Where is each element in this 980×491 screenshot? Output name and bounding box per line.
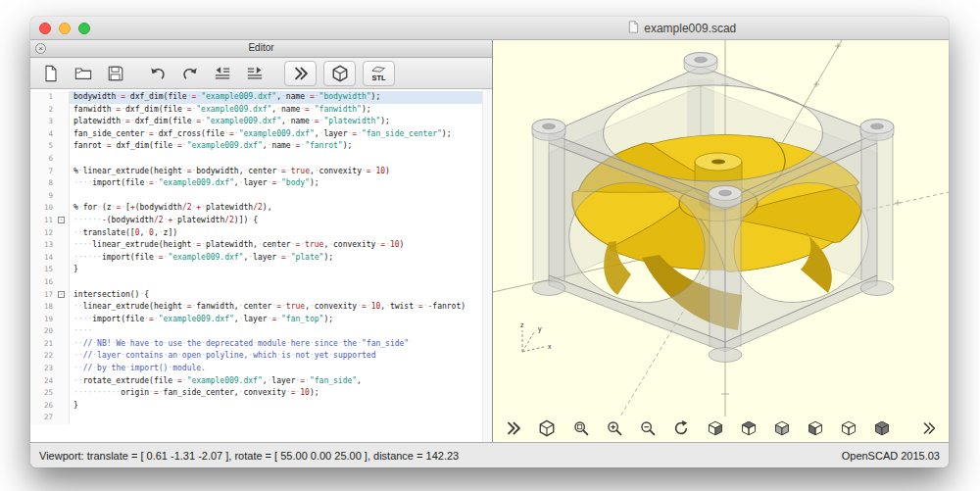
fold-margin: [56, 252, 70, 265]
code-text: ····: [70, 325, 492, 338]
code-line[interactable]: 7%·linear_extrude(height·=·bodywidth,·ce…: [30, 166, 492, 178]
save-icon: [107, 65, 124, 82]
code-line[interactable]: 18··linear_extrude(height·=·fanwidth,·ce…: [30, 301, 492, 314]
zoom-out-button[interactable]: [637, 418, 658, 439]
code-line[interactable]: 17-intersection()·{: [30, 289, 492, 302]
render-icon: [331, 65, 349, 82]
code-text: ··//·NB!·We·have·to·use·the·deprecated·m…: [70, 338, 492, 351]
save-button[interactable]: [103, 61, 128, 85]
fold-margin: [56, 301, 70, 314]
fold-marker[interactable]: -: [58, 291, 65, 298]
code-line[interactable]: 21··//·NB!·We·have·to·use·the·deprecated…: [30, 338, 492, 351]
code-line[interactable]: 25··········origin·=·fan_side_center,·co…: [30, 387, 492, 400]
code-text: ··translate([0,·0,·z]): [70, 227, 492, 240]
window-title-text: example009.scad: [644, 22, 736, 35]
code-line[interactable]: 26}: [30, 400, 492, 413]
editor-panel-header[interactable]: × Editor: [30, 40, 492, 58]
code-line[interactable]: 12··translate([0,·0,·z]): [30, 227, 492, 240]
code-line[interactable]: 19····import(file·=·"example009.dxf",·la…: [30, 314, 492, 326]
fold-margin: [56, 140, 70, 153]
main-content: × Editor STL 1bodywidth·=·dxf_dim(file·=…: [30, 40, 949, 442]
fold-margin: [56, 239, 70, 252]
line-number: 5: [30, 140, 56, 153]
zoom-in-button[interactable]: [604, 418, 624, 439]
view-top-button[interactable]: [738, 418, 759, 439]
toolbar-group: [38, 61, 128, 85]
render-button[interactable]: [536, 418, 557, 439]
minimize-window-button[interactable]: [59, 23, 71, 34]
undo-button[interactable]: [145, 61, 171, 85]
fold-margin: [56, 314, 70, 326]
close-editor-button[interactable]: ×: [35, 43, 46, 54]
toolbar-overflow-button[interactable]: [918, 418, 939, 439]
fold-margin: [56, 190, 70, 203]
reset-view-button[interactable]: [670, 418, 691, 439]
code-line[interactable]: 4fan_side_center·=·dxf_cross(file·=·"exa…: [30, 128, 492, 141]
3d-scene[interactable]: x y z: [493, 40, 949, 417]
unindent-button[interactable]: [210, 61, 235, 85]
code-line[interactable]: 20····: [30, 325, 492, 338]
code-line[interactable]: 13····linear_extrude(height·=·platewidth…: [30, 239, 492, 252]
toolbar-group: STL: [284, 61, 395, 86]
fold-margin: -: [56, 289, 70, 302]
line-number: 23: [30, 363, 56, 375]
view-front-button[interactable]: [838, 418, 858, 439]
view-all-button[interactable]: [570, 418, 591, 439]
new-file-button[interactable]: [38, 61, 64, 85]
code-line[interactable]: 16: [30, 276, 492, 289]
preview-icon: [292, 65, 310, 82]
code-line[interactable]: 14······import(file·=·"example009.dxf",·…: [30, 252, 492, 265]
desktop: example009.scad × Editor STL 1bodywidth·…: [0, 0, 980, 491]
code-text: %·linear_extrude(height·=·bodywidth,·cen…: [70, 166, 492, 178]
code-text: }: [70, 400, 492, 413]
code-line[interactable]: 10%·for·(z·=·[+(bodywidth/2·+·platewidth…: [30, 202, 492, 215]
redo-icon: [181, 65, 199, 82]
code-line[interactable]: 9: [30, 190, 492, 203]
render-button[interactable]: [323, 61, 356, 86]
code-line[interactable]: 2fanwidth·=·dxf_dim(file·=·"example009.d…: [30, 104, 492, 117]
code-line[interactable]: 1bodywidth·=·dxf_dim(file·=·"example009.…: [30, 91, 492, 104]
line-number: 1: [30, 91, 56, 104]
code-line[interactable]: 24··rotate_extrude(file·=·"example009.dx…: [30, 375, 492, 388]
fold-marker[interactable]: -: [58, 217, 65, 223]
code-text: fanwidth·=·dxf_dim(file·=·"example009.dx…: [70, 104, 492, 117]
close-window-button[interactable]: [39, 23, 51, 34]
x-axis-label: x: [548, 343, 552, 350]
window-titlebar[interactable]: example009.scad: [30, 17, 949, 40]
code-line[interactable]: 6: [30, 153, 492, 166]
fold-margin: [56, 412, 70, 424]
3d-viewport[interactable]: x y z: [493, 40, 949, 442]
redo-button[interactable]: [177, 61, 203, 85]
line-number: 20: [30, 325, 56, 338]
fold-margin: [56, 116, 70, 128]
code-line[interactable]: 11-······-(bodywidth/2·+·platewidth/2)])…: [30, 215, 492, 227]
code-text: fanrot·=·dxf_dim(file·=·"example009.dxf"…: [70, 140, 492, 153]
window-title: example009.scad: [628, 21, 736, 36]
code-line[interactable]: 22··//·layer·contains·an·open·polyline,·…: [30, 350, 492, 363]
code-editor[interactable]: 1bodywidth·=·dxf_dim(file·=·"example009.…: [30, 89, 492, 442]
code-line[interactable]: 23··//·by·the·import()·module.: [30, 363, 492, 375]
code-line[interactable]: 5fanrot·=·dxf_dim(file·=·"example009.dxf…: [30, 140, 492, 153]
editor-scrollbar[interactable]: [482, 89, 492, 442]
preview-button[interactable]: [284, 61, 317, 86]
viewport-status-text: Viewport: translate = [ 0.61 -1.31 -2.07…: [39, 450, 459, 462]
code-line[interactable]: 27: [30, 412, 492, 424]
line-number: 27: [30, 412, 56, 424]
line-number: 4: [30, 128, 56, 141]
code-text: intersection()·{: [70, 289, 492, 302]
indent-button[interactable]: [242, 61, 268, 85]
export-stl-button[interactable]: STL: [363, 61, 395, 86]
zoom-window-button[interactable]: [78, 23, 90, 34]
view-back-button[interactable]: [871, 418, 892, 439]
open-file-button[interactable]: [71, 61, 96, 85]
code-line[interactable]: 15}: [30, 264, 492, 276]
toolbar-group: [145, 61, 268, 85]
fold-margin: [56, 153, 70, 166]
view-left-button[interactable]: [805, 418, 825, 439]
cube-bottom-icon: [773, 419, 791, 437]
code-line[interactable]: 8····import(file·=·"example009.dxf",·lay…: [30, 177, 492, 190]
code-line[interactable]: 3platewidth·=·dxf_dim(file·=·"example009…: [30, 116, 492, 128]
preview-button[interactable]: [503, 418, 523, 439]
view-right-button[interactable]: [705, 418, 725, 439]
view-bottom-button[interactable]: [771, 418, 792, 439]
